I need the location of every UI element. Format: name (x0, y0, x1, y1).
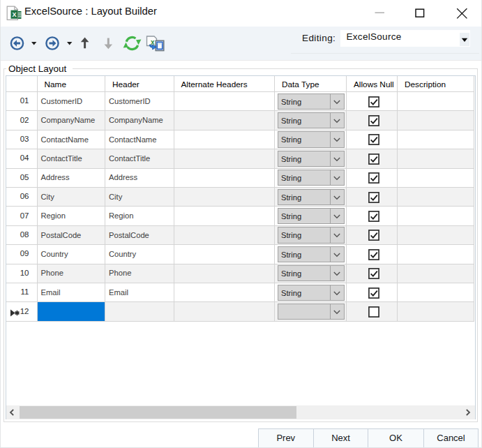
svg-text:X: X (12, 11, 16, 18)
